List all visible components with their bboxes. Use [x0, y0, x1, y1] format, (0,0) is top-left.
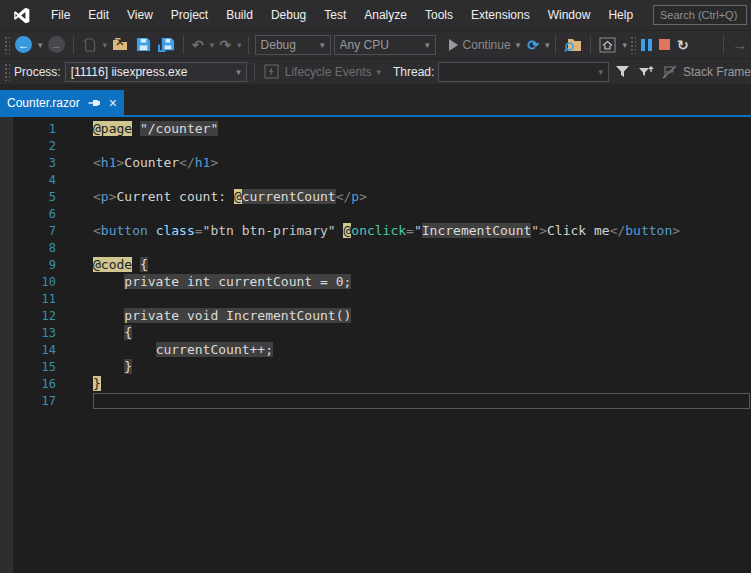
- code-line[interactable]: 13 {: [0, 324, 751, 341]
- filter-funnel-icon: [615, 65, 630, 79]
- flagged-threads-button[interactable]: [660, 60, 679, 84]
- menu-build[interactable]: Build: [217, 0, 262, 30]
- redo-dropdown-chevron-icon[interactable]: ▾: [237, 40, 242, 50]
- code-line[interactable]: 7<button class="btn btn-primary" @onclic…: [0, 222, 751, 239]
- code-line[interactable]: 10 private int currentCount = 0;: [0, 273, 751, 290]
- code-text: <button class="btn btn-primary" @onclick…: [93, 223, 680, 238]
- document-tab-bar: Counter.razor ×: [0, 84, 751, 117]
- code-text: }: [93, 376, 101, 391]
- lifecycle-events-button[interactable]: [262, 60, 281, 84]
- menu-file[interactable]: File: [42, 0, 79, 30]
- continue-button[interactable]: Continue ▾: [447, 33, 523, 57]
- filter-marked-threads-button[interactable]: [636, 60, 656, 84]
- line-number: 11: [13, 292, 56, 306]
- tab-counter-razor[interactable]: Counter.razor ×: [0, 90, 124, 115]
- stack-frame-label: Stack Frame: [683, 65, 751, 79]
- code-line[interactable]: 6: [0, 205, 751, 222]
- code-line[interactable]: 9@code {: [0, 256, 751, 273]
- open-file-button[interactable]: [110, 33, 131, 57]
- chevron-down-icon: ▾: [236, 67, 241, 77]
- code-lines: 1@page "/counter"23<h1>Counter</h1>45<p>…: [0, 120, 751, 409]
- solution-configuration-value: Debug: [261, 38, 319, 52]
- line-number: 17: [13, 394, 56, 408]
- debug-location-toolbar: Process: [11116] iisexpress.exe ▾ Lifecy…: [0, 58, 751, 84]
- code-line[interactable]: 14 currentCount++;: [0, 341, 751, 358]
- show-next-statement-button[interactable]: →: [730, 33, 749, 57]
- find-in-files-icon: [564, 37, 582, 53]
- new-file-dropdown-chevron-icon[interactable]: ▾: [103, 40, 108, 50]
- save-all-button[interactable]: [156, 33, 177, 57]
- line-number: 3: [13, 156, 56, 170]
- menu-analyze[interactable]: Analyze: [355, 0, 416, 30]
- line-number: 6: [13, 207, 56, 221]
- code-text: private void IncrementCount(): [93, 308, 351, 323]
- redo-button[interactable]: ↷: [217, 33, 233, 57]
- code-text: currentCount++;: [93, 342, 273, 357]
- code-line[interactable]: 5<p>Current count: @currentCount</p>: [0, 188, 751, 205]
- code-line[interactable]: 1@page "/counter": [0, 120, 751, 137]
- hot-reload-button[interactable]: ⟳: [525, 33, 541, 57]
- menu-window[interactable]: Window: [539, 0, 600, 30]
- pause-icon: [641, 39, 652, 51]
- toolbar-grip-handle[interactable]: [4, 36, 10, 54]
- code-text: }: [93, 359, 132, 374]
- new-file-button[interactable]: [80, 33, 99, 57]
- code-line[interactable]: 3<h1>Counter</h1>: [0, 154, 751, 171]
- code-line[interactable]: 4: [0, 171, 751, 188]
- line-number: 16: [13, 377, 56, 391]
- menu-debug[interactable]: Debug: [262, 0, 315, 30]
- line-number: 12: [13, 309, 56, 323]
- line-number: 15: [13, 360, 56, 374]
- menu-test[interactable]: Test: [315, 0, 355, 30]
- thread-select[interactable]: ▾: [438, 62, 609, 82]
- process-value: [11116] iisexpress.exe: [71, 65, 236, 79]
- process-select[interactable]: [11116] iisexpress.exe ▾: [65, 62, 247, 82]
- toolbar-grip-handle[interactable]: [4, 63, 10, 81]
- code-line[interactable]: 12 private void IncrementCount(): [0, 307, 751, 324]
- break-all-button[interactable]: [639, 33, 654, 57]
- code-editor[interactable]: 1@page "/counter"23<h1>Counter</h1>45<p>…: [0, 117, 751, 573]
- code-line[interactable]: 15 }: [0, 358, 751, 375]
- current-line-box: [93, 393, 750, 409]
- code-line[interactable]: 17: [0, 392, 751, 409]
- web-browser-button[interactable]: [597, 33, 618, 57]
- menu-bar: File Edit View Project Build Debug Test …: [0, 0, 751, 30]
- menu-edit[interactable]: Edit: [79, 0, 118, 30]
- new-file-icon: [82, 37, 97, 53]
- restart-button[interactable]: ↻: [675, 33, 691, 57]
- close-icon[interactable]: ×: [109, 96, 117, 110]
- lifecycle-dropdown-chevron-icon[interactable]: ▾: [376, 67, 381, 77]
- quick-search-input[interactable]: Search (Ctrl+Q): [653, 5, 747, 25]
- forward-arrow-icon: →: [48, 36, 65, 53]
- menu-help[interactable]: Help: [599, 0, 642, 30]
- code-line[interactable]: 2: [0, 137, 751, 154]
- line-number: 9: [13, 258, 56, 272]
- save-button[interactable]: [134, 33, 153, 57]
- menu-extensions[interactable]: Extensions: [462, 0, 539, 30]
- code-line[interactable]: 8: [0, 239, 751, 256]
- undo-dropdown-chevron-icon[interactable]: ▾: [210, 40, 215, 50]
- undo-button[interactable]: ↶: [190, 33, 206, 57]
- code-line[interactable]: 11: [0, 290, 751, 307]
- code-line[interactable]: 16}: [0, 375, 751, 392]
- navigate-back-button[interactable]: ←: [13, 33, 34, 57]
- solution-platform-select[interactable]: Any CPU ▾: [334, 35, 436, 55]
- browser-dropdown-chevron-icon[interactable]: ▾: [622, 40, 627, 50]
- toolbar-separator: [254, 63, 255, 81]
- back-dropdown-chevron-icon[interactable]: ▾: [38, 40, 43, 50]
- stop-debugging-button[interactable]: [657, 33, 672, 57]
- hot-reload-dropdown-chevron-icon[interactable]: ▾: [545, 40, 550, 50]
- filter-threads-button[interactable]: [613, 60, 632, 84]
- line-number: 2: [13, 139, 56, 153]
- menu-view[interactable]: View: [118, 0, 162, 30]
- navigate-forward-button[interactable]: →: [46, 33, 67, 57]
- code-text: private int currentCount = 0;: [93, 274, 351, 289]
- find-in-files-button[interactable]: [562, 33, 584, 57]
- menu-project[interactable]: Project: [162, 0, 217, 30]
- browser-home-icon: [599, 37, 616, 53]
- continue-dropdown-chevron-icon: ▾: [516, 40, 521, 50]
- menu-tools[interactable]: Tools: [416, 0, 462, 30]
- toolbar-grip-handle[interactable]: [630, 36, 636, 54]
- solution-configuration-select[interactable]: Debug ▾: [255, 35, 331, 55]
- pin-icon[interactable]: [88, 97, 101, 109]
